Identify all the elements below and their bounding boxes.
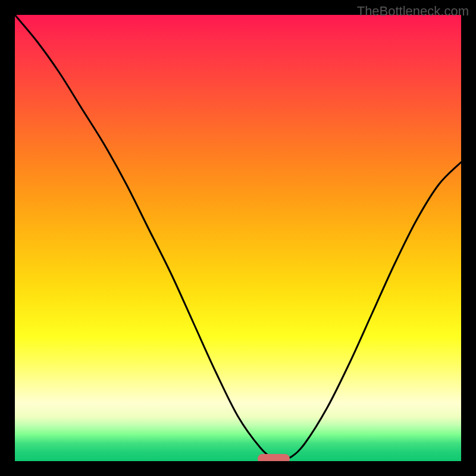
plot-area [15, 15, 461, 461]
curve-svg [15, 15, 461, 461]
bottleneck-curve [15, 15, 461, 460]
chart-container: TheBottleneck.com [0, 0, 476, 476]
watermark-text: TheBottleneck.com [357, 4, 469, 19]
optimal-point-marker [258, 454, 290, 461]
